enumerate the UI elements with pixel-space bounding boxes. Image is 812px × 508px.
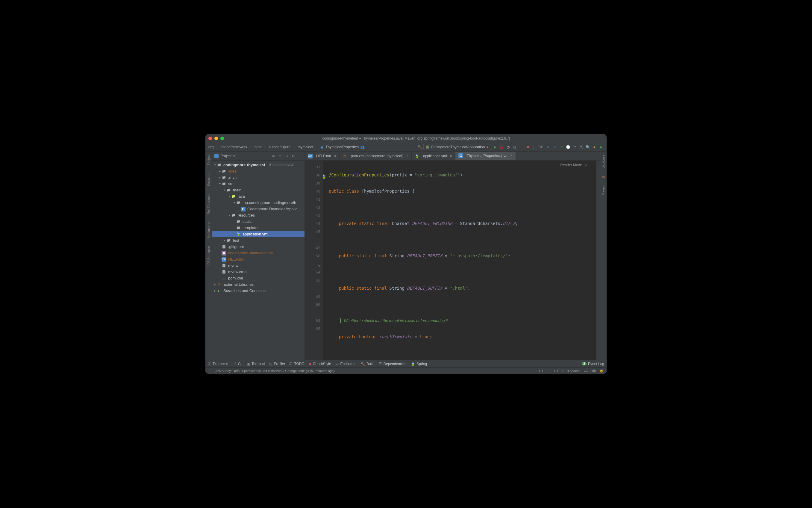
- editor-tabs: HELP.md× pom.xml (codingmore-thymeleaf)×…: [305, 152, 600, 161]
- git-push-icon[interactable]: ↗: [559, 144, 564, 150]
- expand-all-icon[interactable]: ≡: [278, 154, 282, 159]
- code-content[interactable]: @ConfigurationProperties(prefix = "sprin…: [323, 161, 596, 360]
- tool-database[interactable]: Database: [601, 153, 605, 170]
- tool-event-log[interactable]: 2Event Log: [582, 362, 604, 366]
- project-panel-header: Project ▾ ⊕ ≡ ⇥ ⚙ —: [212, 152, 305, 161]
- zoom-window[interactable]: [220, 137, 224, 140]
- tab-application-yml[interactable]: application.yml×: [412, 152, 455, 160]
- close-icon[interactable]: ×: [450, 154, 452, 158]
- spring-bean-icon[interactable]: 🍃: [322, 173, 326, 177]
- scrollbar[interactable]: [596, 161, 600, 360]
- select-opened-file-icon[interactable]: ⊕: [271, 154, 276, 159]
- tree-node-iml[interactable]: codingmore-thymeleaf.iml: [212, 250, 305, 256]
- tree-node-scratches[interactable]: ▸Scratches and Consoles: [212, 288, 305, 294]
- run-config-selector[interactable]: CodingmoreThymeleafApplication ▾: [423, 144, 491, 150]
- tool-todo[interactable]: ☑TODO: [289, 362, 304, 366]
- crumb[interactable]: springframework: [221, 145, 247, 149]
- run-icon[interactable]: ▶: [492, 144, 498, 150]
- stop-icon[interactable]: ■: [525, 144, 531, 150]
- git-update-icon[interactable]: ✓: [545, 144, 551, 150]
- tree-node-idea[interactable]: ▸.idea: [212, 168, 305, 174]
- tree-node-help[interactable]: HELP.md: [212, 256, 305, 262]
- reader-mode-toggle[interactable]: Reader Mode ✓: [560, 163, 588, 167]
- crumb[interactable]: boot: [255, 145, 261, 149]
- tool-profiler[interactable]: ◷Profiler: [269, 362, 285, 366]
- close-window[interactable]: [209, 137, 212, 140]
- tab-thymeleaf-properties[interactable]: ThymeleafProperties.java×: [455, 152, 516, 160]
- tool-maven[interactable]: Maven: [601, 184, 605, 197]
- lock-icon[interactable]: 🔒: [599, 369, 603, 373]
- tool-dependencies[interactable]: ☰Dependencies: [379, 362, 407, 366]
- tree-node-mvnwcmd[interactable]: mvnw.cmd: [212, 269, 305, 275]
- tree-root[interactable]: ▾codingmore-thymeleaf~/Documents/Git: [212, 162, 305, 168]
- tree-node-pom[interactable]: pom.xml: [212, 275, 305, 281]
- tool-spring[interactable]: 🍃Spring: [410, 362, 427, 366]
- tool-problems[interactable]: ⓘProblems: [208, 361, 228, 366]
- tabs-more-icon[interactable]: ⋮: [590, 156, 600, 160]
- coverage-icon[interactable]: ◔: [505, 144, 511, 150]
- tool-terminal[interactable]: ▣Terminal: [247, 362, 265, 366]
- rollback-icon[interactable]: ↶: [572, 144, 577, 150]
- minimize-window[interactable]: [214, 137, 218, 140]
- hammer-icon[interactable]: 🔨: [417, 144, 422, 150]
- crumb[interactable]: autoconfigure: [269, 145, 290, 149]
- chevron-down-icon[interactable]: ▾: [233, 154, 235, 158]
- line-ending[interactable]: LF: [547, 369, 551, 373]
- tree-node-resources[interactable]: ▾resources: [212, 212, 305, 218]
- close-icon[interactable]: ×: [334, 154, 336, 158]
- code-editor[interactable]: Reader Mode ✓ ✎ 37 38🍃 39404142 434445 4…: [305, 161, 600, 360]
- tool-window-toggle-icon[interactable]: ▢: [209, 369, 211, 373]
- indent-info[interactable]: 4 spaces: [567, 369, 580, 373]
- tool-bookmarks[interactable]: Bookmarks: [207, 221, 211, 240]
- tool-endpoints[interactable]: ⫘Endpoints: [335, 362, 356, 366]
- tool-pull-requests[interactable]: Pull Requests: [207, 193, 211, 215]
- tool-jpa-structure[interactable]: JPA Structure: [207, 245, 211, 267]
- tool-git[interactable]: ⎇Git: [232, 362, 242, 366]
- tool-build[interactable]: 🔨Build: [360, 362, 374, 366]
- attach-icon[interactable]: ⋯: [518, 144, 524, 150]
- tree-node-mvn[interactable]: ▸.mvn: [212, 174, 305, 181]
- tree-node-static[interactable]: static: [212, 218, 305, 225]
- tree-node-test[interactable]: ▸test: [212, 237, 305, 244]
- tree-node-java[interactable]: ▾java: [212, 193, 305, 200]
- gear-icon[interactable]: ⚙: [291, 154, 296, 159]
- tree-node-app-class[interactable]: CodingmoreThymeleafApplic: [212, 206, 305, 212]
- tool-checkstyle[interactable]: ◆CheckStyle: [309, 362, 331, 366]
- project-tree: ▾codingmore-thymeleaf~/Documents/Git ▸.i…: [212, 161, 305, 360]
- debug-icon[interactable]: 🐞: [499, 144, 504, 150]
- right-tool-stripe: Database m Maven: [600, 152, 606, 360]
- tab-help[interactable]: HELP.md×: [305, 152, 340, 160]
- ide-tool-icon[interactable]: ▶: [598, 144, 603, 150]
- crumb[interactable]: org: [209, 145, 214, 149]
- crumb[interactable]: thymeleaf: [298, 145, 313, 149]
- caret-position[interactable]: 1:1: [539, 369, 543, 373]
- users-icon[interactable]: 👥: [360, 144, 365, 150]
- tree-node-templates[interactable]: templates: [212, 225, 305, 231]
- git-history-icon[interactable]: 🕘: [565, 144, 571, 150]
- collapse-all-icon[interactable]: ⇥: [284, 154, 289, 159]
- window-controls: [209, 137, 224, 140]
- hide-icon[interactable]: —: [297, 154, 302, 159]
- tree-node-mvnw[interactable]: mvnw: [212, 262, 305, 269]
- git-commit-icon[interactable]: ✓: [552, 144, 557, 150]
- tool-structure[interactable]: Structure: [207, 171, 211, 187]
- search-icon[interactable]: 🔍: [585, 144, 590, 150]
- status-bar: ▢ JPA Buddy: Default persistence unit in…: [206, 367, 606, 374]
- tree-node-main[interactable]: ▾main: [212, 187, 305, 193]
- tree-node-external-libs[interactable]: ▸External Libraries: [212, 281, 305, 288]
- tab-pom[interactable]: pom.xml (codingmore-thymeleaf)×: [340, 152, 412, 160]
- tree-node-src[interactable]: ▾src: [212, 181, 305, 187]
- ide-update-icon[interactable]: ●: [592, 144, 597, 150]
- project-panel-title: Project: [220, 154, 231, 158]
- close-icon[interactable]: ×: [510, 154, 512, 158]
- close-icon[interactable]: ×: [406, 154, 408, 158]
- profile-icon[interactable]: ◷: [512, 144, 517, 150]
- tree-node-package[interactable]: ▾top.condingmore.codingmoreth: [212, 200, 305, 206]
- git-branch[interactable]: ⎇ main: [584, 369, 596, 373]
- file-encoding[interactable]: UTF-8: [554, 369, 563, 373]
- translate-icon[interactable]: 文: [579, 144, 584, 150]
- tool-project[interactable]: Project: [207, 153, 211, 166]
- tree-node-application-yml[interactable]: application.yml: [212, 231, 305, 237]
- tree-node-gitignore[interactable]: .gitignore: [212, 244, 305, 250]
- crumb[interactable]: ThymeleafProperties: [325, 145, 359, 149]
